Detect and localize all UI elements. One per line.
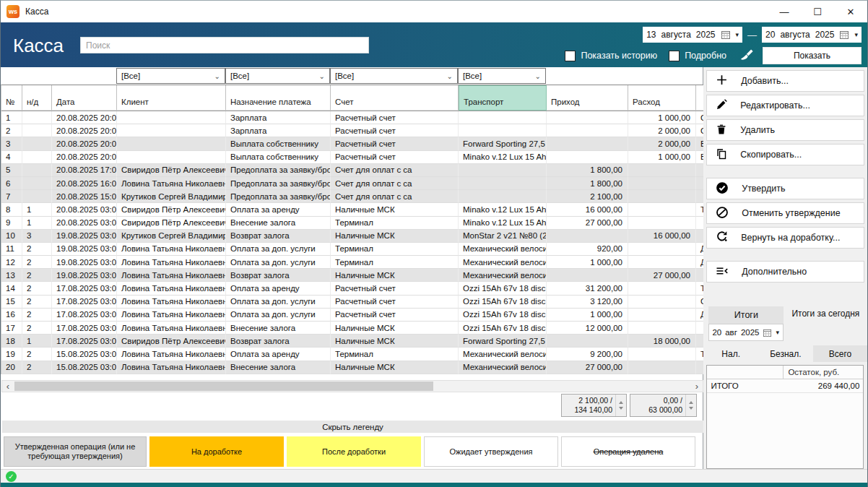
table-row[interactable]: 10319.08.2025 03:00Крутиков Сергей Влади… [1, 230, 703, 243]
hide-legend-button[interactable]: Скрыть легенду [2, 421, 703, 433]
horizontal-scrollbar[interactable]: ‹ › [1, 380, 703, 392]
table-row[interactable]: 14217.08.2025 03:00Ловина Татьяна Никола… [1, 282, 703, 295]
clear-filters-button[interactable] [738, 47, 755, 64]
show-history-checkbox[interactable] [565, 51, 576, 61]
date-to-month[interactable]: августа [780, 30, 810, 40]
date-from-month[interactable]: августа [661, 30, 691, 40]
date-from-day[interactable]: 13 [646, 30, 656, 40]
column-header-7[interactable]: Транспорт [459, 85, 547, 111]
balance-table: Остаток, руб. ИТОГО 269 440,00 [706, 365, 864, 469]
cell-purpose: Внесение залога [226, 361, 331, 374]
table-row[interactable]: 13219.08.2025 03:00Ловина Татьяна Никола… [1, 269, 703, 282]
date-from-picker[interactable]: 13 августа 2025 ▾ [643, 27, 742, 43]
column-header-1[interactable]: № [1, 85, 22, 111]
table-row[interactable]: 11219.08.2025 03:00Ловина Татьяна Никола… [1, 243, 703, 256]
column-filter-dropdown[interactable]: [Все]⌄ [116, 68, 225, 84]
tab-[interactable]: Всего [813, 345, 868, 362]
column-header-9[interactable]: Расход [628, 85, 696, 111]
cell-purpose: Оплата за аренду [226, 348, 331, 361]
spin-down-icon[interactable] [689, 407, 693, 410]
spin-down-icon[interactable] [619, 407, 623, 410]
details-checkbox[interactable] [669, 51, 680, 61]
table-row[interactable]: 220.08.2025 20:00ЗарплатаРасчетный счет2… [1, 124, 703, 137]
cell-date: 20.08.2025 17:00 [52, 164, 117, 177]
results-date-day[interactable]: 20 [712, 328, 721, 337]
table-row[interactable]: 120.08.2025 20:00ЗарплатаРасчетный счет1… [1, 111, 703, 124]
approve-button[interactable]: Утвердить [706, 178, 864, 199]
maximize-button[interactable]: ☐ [801, 1, 834, 22]
scrollbar-thumb[interactable] [14, 382, 433, 391]
expense-total-spinbox[interactable]: 0,00 / 63 000,00 [630, 394, 697, 417]
results-date-month[interactable]: авг [725, 328, 737, 337]
table-row[interactable]: 12219.08.2025 03:00Ловина Татьяна Никола… [1, 256, 703, 269]
column-filter-dropdown[interactable]: [Все]⌄ [225, 68, 330, 84]
tab-[interactable]: Нал. [703, 345, 758, 362]
chevron-down-icon[interactable]: ▾ [854, 31, 858, 38]
app-window: ws Касса — ☐ ✕ Касса 13 августа 2025 ▾ —… [0, 0, 868, 487]
table-row[interactable]: 620.08.2025 16:00Ловина Татьяна Николаев… [1, 177, 703, 190]
add-button[interactable]: Добавить... [706, 70, 864, 92]
more-button[interactable]: Дополнительно [706, 261, 864, 283]
cell-date: 20.08.2025 20:00 [52, 124, 117, 137]
close-button[interactable]: ✕ [834, 1, 867, 22]
table-row[interactable]: 17217.08.2025 03:00Ловина Татьяна Никола… [1, 322, 703, 335]
return-rework-button[interactable]: Вернуть на доработку... [706, 227, 864, 249]
cell-nd: 2 [22, 348, 52, 361]
cell-purpose: Выплата собственнику [226, 151, 331, 164]
cell-client: Свиридов Пётр Алексеевич [117, 335, 226, 348]
tab-[interactable]: Безнал. [758, 345, 813, 362]
cell-number: 17 [1, 322, 22, 335]
tab-results-today[interactable]: Итоги за сегодня [789, 308, 862, 319]
table-row[interactable]: 19215.08.2025 03:00Ловина Татьяна Никола… [1, 348, 703, 361]
table-row[interactable]: 520.08.2025 17:00Свиридов Пётр Алексееви… [1, 164, 703, 177]
column-header-2[interactable]: н/д [22, 85, 52, 111]
table-row[interactable]: 18117.08.2025 03:00Свиридов Пётр Алексее… [1, 335, 703, 348]
show-button[interactable]: Показать [763, 47, 862, 64]
filter-value: [Все] [463, 72, 482, 80]
table-row[interactable]: 9120.08.2025 03:00Свиридов Пётр Алексеев… [1, 217, 703, 230]
column-header-6[interactable]: Счет [331, 85, 459, 111]
table-row[interactable]: 15217.08.2025 03:00Ловина Татьяна Никола… [1, 296, 703, 309]
search-input[interactable] [80, 37, 369, 53]
cell-transport: Ozzi 15Ah 67v 18 disc [459, 282, 547, 295]
table-row[interactable]: 8120.08.2025 03:00Свиридов Пётр Алексеев… [1, 203, 703, 216]
minimize-button[interactable]: — [768, 1, 801, 22]
table-row[interactable]: 16217.08.2025 03:00Ловина Татьяна Никола… [1, 309, 703, 322]
results-date-picker[interactable]: 20 авг 2025 ▾ [708, 324, 784, 341]
date-to-picker[interactable]: 20 августа 2025 ▾ [762, 27, 862, 43]
cell-clipped: В [696, 151, 704, 164]
cell-income: 920,00 [547, 243, 628, 256]
income-total-spinbox[interactable]: 2 100,00 / 134 140,00 [561, 394, 627, 417]
copy-button[interactable]: Скопировать... [706, 144, 864, 165]
chevron-down-icon[interactable]: ▾ [736, 31, 739, 38]
column-header-4[interactable]: Клиент [117, 85, 226, 111]
spin-up-icon[interactable] [689, 401, 693, 404]
column-filter-dropdown[interactable]: [Все]⌄ [330, 68, 458, 84]
column-header-5[interactable]: Назначение платежа [226, 85, 331, 111]
date-to-year[interactable]: 2025 [815, 30, 835, 40]
column-header-8[interactable]: Приход [547, 85, 628, 111]
edit-button[interactable]: Редактировать... [706, 95, 864, 116]
scroll-left-icon[interactable]: ‹ [2, 381, 14, 392]
cell-clipped: С [696, 124, 704, 137]
button-label: Утвердить [742, 184, 785, 194]
scroll-right-icon[interactable]: › [691, 381, 703, 392]
cell-purpose: Предоплата за заявку/бро [226, 177, 331, 190]
table-row[interactable]: 720.08.2025 15:00Крутиков Сергей Владими… [1, 190, 703, 203]
date-to-day[interactable]: 20 [765, 30, 775, 40]
column-filter-dropdown[interactable]: [Все]⌄ [458, 68, 546, 84]
chevron-down-icon: ⌄ [447, 72, 453, 80]
table-row[interactable]: 420.08.2025 20:00Выплата собственникуРас… [1, 151, 703, 164]
chevron-down-icon[interactable]: ▾ [776, 329, 779, 336]
cell-purpose: Возврат залога [226, 230, 331, 243]
cell-clipped [696, 361, 704, 374]
delete-button[interactable]: Удалить [706, 119, 864, 141]
unapprove-button[interactable]: Отменить утверждение [706, 202, 864, 224]
column-header-3[interactable]: Дата [52, 85, 117, 111]
table-row[interactable]: 320.08.2025 20:00Выплата собственникуРас… [1, 137, 703, 150]
date-from-year[interactable]: 2025 [696, 30, 716, 40]
results-date-year[interactable]: 2025 [741, 328, 760, 337]
spin-up-icon[interactable] [619, 401, 623, 404]
tab-results[interactable]: Итоги [708, 306, 784, 324]
table-row[interactable]: 20215.08.2025 03:00Ловина Татьяна Никола… [1, 361, 703, 374]
